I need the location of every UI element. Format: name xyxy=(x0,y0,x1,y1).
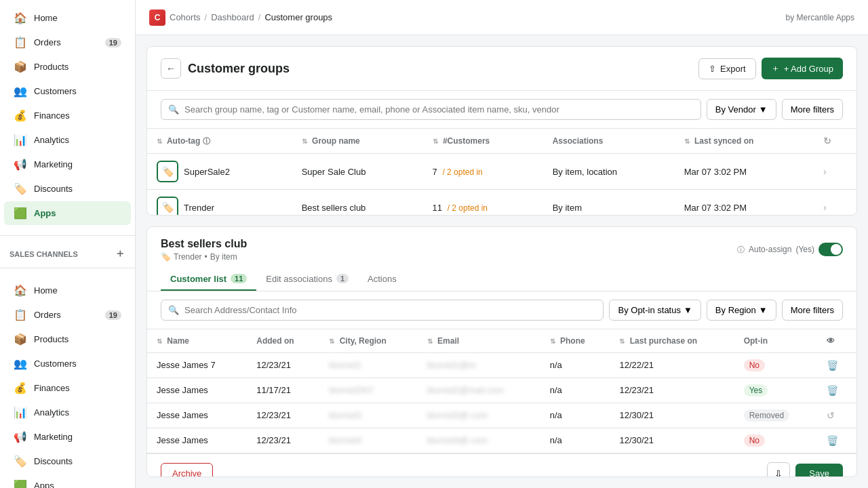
row-group-name: Best sellers club xyxy=(292,190,423,216)
save-button[interactable]: Save xyxy=(795,464,843,477)
table-row[interactable]: Jesse James 7 12/23/21 blurred1 blurred1… xyxy=(147,352,856,378)
sidebar-item-home[interactable]: 🏠 Home xyxy=(4,6,131,30)
sidebar-item-home2[interactable]: 🏠 Home xyxy=(4,279,131,302)
sidebar-item-finances2[interactable]: 💰 Finances xyxy=(4,376,131,400)
table-row[interactable]: 🏷️ Trender Best sellers club 11 / 2 opte… xyxy=(147,190,856,216)
clist-search-icon: 🔍 xyxy=(168,305,179,315)
sidebar-item-label: Apps xyxy=(34,481,54,488)
auto-assign-value: (Yes) xyxy=(795,245,814,254)
table-row[interactable]: Jesse James 12/23/21 blurred3 blurred3@.… xyxy=(147,403,856,428)
search-input[interactable] xyxy=(184,104,694,115)
row-opt-in: Yes xyxy=(734,378,817,403)
search-row: 🔍 By Vendor ▼ More filters xyxy=(147,91,856,129)
sidebar-item-apps2[interactable]: 🟩 Apps xyxy=(4,474,131,488)
chevron-down-icon: ▼ xyxy=(759,104,768,115)
tab-edit-associations[interactable]: Edit associations 1 xyxy=(256,268,358,291)
row-phone: n/a xyxy=(540,428,610,453)
sidebar-item-marketing[interactable]: 📢 Marketing xyxy=(4,152,131,176)
row-phone: n/a xyxy=(540,403,610,428)
archive-button[interactable]: Archive xyxy=(161,463,213,477)
sidebar-item-apps[interactable]: 🟩 Apps xyxy=(4,201,131,225)
sidebar-item-discounts[interactable]: 🏷️ Discounts xyxy=(4,177,131,201)
by-region-button[interactable]: By Region ▼ xyxy=(707,300,776,321)
sidebar-item-label: Analytics xyxy=(34,407,69,418)
download-icon-button[interactable]: ⇩ xyxy=(767,462,790,477)
orders2-badge: 19 xyxy=(105,310,121,320)
sidebar-item-finances[interactable]: 💰 Finances xyxy=(4,104,131,127)
add-group-button[interactable]: ＋ + Add Group xyxy=(762,58,843,79)
add-sales-channel-icon[interactable]: ＋ xyxy=(115,247,125,261)
tag-icon: 🏷️ xyxy=(157,161,178,182)
row-email: blurred3@.com xyxy=(418,403,540,428)
row-group-name: Super Sale Club xyxy=(292,154,423,190)
more-filters-button[interactable]: More filters xyxy=(782,99,843,120)
row-action[interactable]: 🗑️ xyxy=(817,428,856,453)
auto-assign-label: Auto-assign xyxy=(749,245,791,254)
sidebar-item-analytics[interactable]: 📊 Analytics xyxy=(4,128,131,152)
row-name: Jesse James xyxy=(147,428,247,453)
breadcrumb-dashboard[interactable]: Dashboard xyxy=(211,12,254,22)
bsc-title: Best sellers club xyxy=(161,238,247,250)
col-phone: ⇅ Phone xyxy=(540,329,610,353)
products2-icon: 📦 xyxy=(14,333,27,346)
row-chevron: › xyxy=(814,154,856,190)
eye-icon[interactable]: 👁 xyxy=(827,336,835,346)
auto-tag-info-icon[interactable]: ⓘ xyxy=(203,137,210,145)
tab-actions[interactable]: Actions xyxy=(358,268,406,291)
export-button[interactable]: ⇧ Export xyxy=(698,58,756,79)
app-logo: C xyxy=(149,9,165,26)
row-last-purchase: 12/30/21 xyxy=(610,428,734,453)
col-name: ⇅ Name xyxy=(147,329,247,353)
by-vendor-button[interactable]: By Vendor ▼ xyxy=(707,99,776,120)
sidebar: 🏠 Home 📋 Orders 19 📦 Products 👥 Customer… xyxy=(0,0,136,488)
sidebar-item-customers2[interactable]: 👥 Customers xyxy=(4,352,131,375)
row-email: blurred2@mail.com xyxy=(418,378,540,403)
marketing2-icon: 📢 xyxy=(14,430,27,443)
col-last-purchase: ⇅ Last purchase on xyxy=(610,329,734,353)
orders-badge: 19 xyxy=(105,38,121,47)
orders-icon: 📋 xyxy=(14,36,27,49)
clist-search-input[interactable] xyxy=(184,305,596,315)
auto-assign-toggle[interactable] xyxy=(818,243,843,256)
row-name: Jesse James 7 xyxy=(147,352,247,378)
by-opt-in-button[interactable]: By Opt-in status ▼ xyxy=(609,300,701,321)
tab-customer-list[interactable]: Customer list 11 xyxy=(161,268,256,291)
sidebar-item-orders2[interactable]: 📋 Orders 19 xyxy=(4,303,131,327)
export-icon: ⇧ xyxy=(709,64,716,74)
table-row[interactable]: Jesse James 11/17/21 blurred2NY blurred2… xyxy=(147,378,856,403)
bsc-subtitle: 🏷️ Trender • By item xyxy=(161,252,247,262)
table-row[interactable]: Jesse James 12/23/21 blurred4 blurred4@.… xyxy=(147,428,856,453)
auto-assign-row: ⓘ Auto-assign (Yes) xyxy=(737,243,843,256)
auto-assign-info-icon[interactable]: ⓘ xyxy=(737,245,745,255)
apps-icon: 🟩 xyxy=(14,207,27,220)
row-phone: n/a xyxy=(540,378,610,403)
row-action[interactable]: 🗑️ xyxy=(817,352,856,378)
clist-more-filters-button[interactable]: More filters xyxy=(782,300,843,321)
row-action[interactable]: ↺ xyxy=(817,403,856,428)
sidebar-item-analytics2[interactable]: 📊 Analytics xyxy=(4,401,131,424)
sidebar-item-marketing2[interactable]: 📢 Marketing xyxy=(4,425,131,449)
row-added-on: 12/23/21 xyxy=(247,428,319,453)
col-opt-in: Opt-in xyxy=(734,329,817,353)
sidebar-item-products[interactable]: 📦 Products xyxy=(4,55,131,79)
main-content: C Cohorts / Dashboard / Customer groups … xyxy=(136,0,868,488)
table-row[interactable]: 🏷️ SuperSale2 Super Sale Club 7 / 2 opte… xyxy=(147,154,856,190)
refresh-all-icon[interactable]: ↻ xyxy=(823,136,831,146)
sidebar-item-discounts2[interactable]: 🏷️ Discounts xyxy=(4,449,131,473)
analytics-icon: 📊 xyxy=(14,134,27,146)
col-last-synced: ⇅ Last synced on xyxy=(675,129,814,154)
clist-search-row: 🔍 By Opt-in status ▼ By Region ▼ More fi… xyxy=(147,291,856,329)
row-tag-cell: 🏷️ SuperSale2 xyxy=(147,154,292,190)
panel-title-row: ← Customer groups xyxy=(161,58,290,79)
tag-small-icon: 🏷️ xyxy=(161,252,171,262)
search-icon: 🔍 xyxy=(168,104,179,115)
row-action[interactable]: 🗑️ xyxy=(817,378,856,403)
breadcrumb-cohorts[interactable]: Cohorts xyxy=(170,12,201,22)
sidebar-item-orders[interactable]: 📋 Orders 19 xyxy=(4,30,131,54)
sidebar-item-products2[interactable]: 📦 Products xyxy=(4,327,131,351)
sidebar-item-customers[interactable]: 👥 Customers xyxy=(4,79,131,103)
row-city: blurred2NY xyxy=(319,378,417,403)
sidebar-item-label: Discounts xyxy=(34,184,73,194)
sidebar-item-label: Marketing xyxy=(34,432,73,442)
back-button[interactable]: ← xyxy=(161,58,181,79)
